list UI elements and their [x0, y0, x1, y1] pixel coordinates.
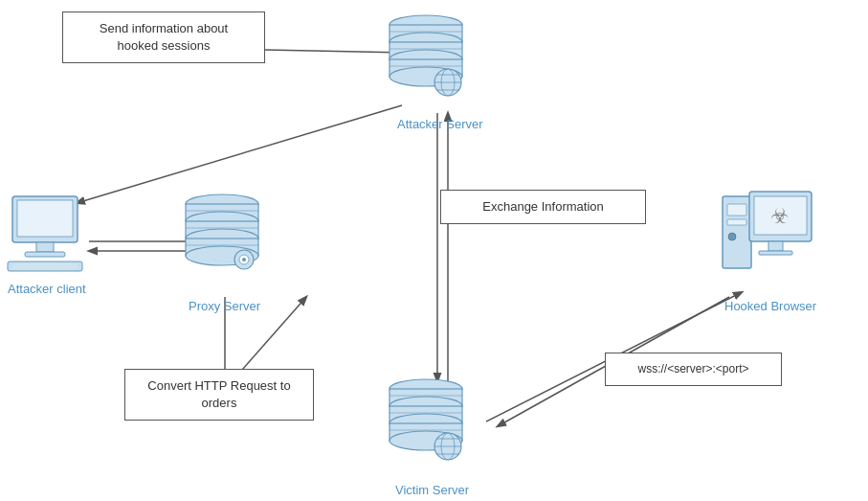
svg-rect-15	[389, 59, 462, 77]
svg-text:☣: ☣	[770, 204, 790, 228]
svg-rect-57	[8, 262, 82, 271]
svg-line-1	[77, 105, 402, 203]
svg-rect-60	[727, 204, 746, 216]
svg-point-25	[186, 194, 258, 214]
svg-rect-65	[768, 241, 783, 251]
send-info-box: Send information about hooked sessions	[62, 11, 265, 63]
svg-rect-56	[25, 252, 65, 257]
svg-point-38	[389, 379, 462, 399]
attacker-client-label: Attacker client	[8, 278, 86, 296]
svg-rect-39	[389, 389, 462, 406]
svg-rect-53	[12, 196, 78, 242]
svg-point-49	[441, 433, 455, 460]
attacker-server-label: Attacker Server	[397, 113, 483, 131]
svg-rect-66	[759, 251, 792, 255]
svg-point-40	[389, 397, 462, 416]
svg-point-35	[234, 250, 254, 269]
svg-point-14	[389, 50, 462, 69]
svg-point-42	[389, 414, 462, 433]
hooked-browser-label: Hooked Browser	[724, 295, 816, 313]
svg-point-44	[389, 431, 462, 450]
svg-rect-55	[36, 242, 54, 252]
convert-http-box: Convert HTTP Request to orders	[124, 369, 314, 421]
svg-point-62	[728, 233, 736, 240]
svg-point-21	[441, 69, 455, 96]
victim-server-label: Victim Server	[395, 479, 469, 497]
svg-rect-13	[389, 42, 462, 59]
svg-line-0	[265, 50, 407, 53]
diagram: ☣ Attacker Server Attacker client Proxy …	[0, 0, 868, 501]
svg-point-16	[389, 67, 462, 86]
svg-rect-61	[727, 219, 746, 225]
svg-rect-63	[749, 192, 812, 241]
svg-point-29	[186, 229, 258, 248]
svg-point-48	[434, 433, 461, 460]
svg-point-27	[186, 212, 258, 231]
svg-point-20	[434, 69, 461, 96]
wss-box: wss://<server>:<port>	[605, 353, 782, 386]
exchange-info-box: Exchange Information	[440, 190, 646, 224]
proxy-server-label: Proxy Server	[189, 295, 260, 313]
svg-rect-28	[186, 221, 258, 239]
svg-rect-11	[389, 25, 462, 42]
svg-point-31	[186, 246, 258, 265]
svg-point-37	[242, 258, 246, 262]
svg-point-12	[389, 33, 462, 52]
svg-rect-41	[389, 406, 462, 423]
svg-rect-64	[754, 196, 807, 235]
svg-rect-26	[186, 204, 258, 221]
svg-rect-30	[186, 239, 258, 256]
svg-rect-58	[12, 263, 78, 269]
svg-rect-59	[723, 196, 751, 268]
svg-point-10	[389, 15, 462, 34]
svg-rect-54	[17, 200, 73, 237]
svg-rect-43	[389, 423, 462, 441]
svg-point-36	[239, 255, 249, 264]
